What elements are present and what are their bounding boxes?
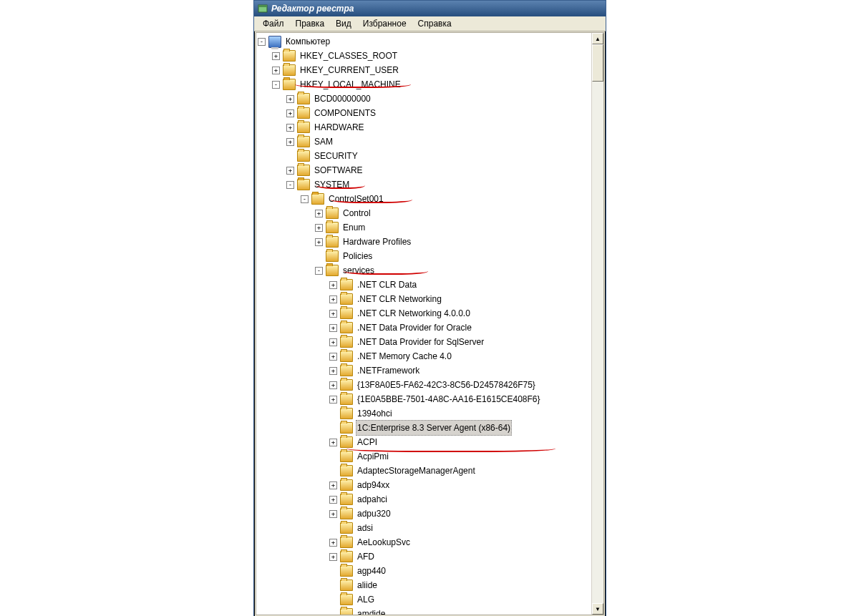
expand-icon[interactable]: + — [329, 481, 337, 489]
expand-icon[interactable]: + — [329, 396, 337, 404]
tree-item[interactable]: amdide — [258, 607, 592, 615]
tree-item[interactable]: -HKEY_LOCAL_MACHINE — [258, 77, 592, 92]
tree-item[interactable]: +Hardware Profiles — [258, 235, 592, 249]
menu-help[interactable]: Справка — [412, 18, 457, 31]
tree-item[interactable]: +Control — [258, 206, 592, 220]
tree-item[interactable]: +AeLookupSvc — [258, 535, 592, 549]
tree-item[interactable]: 1394ohci — [258, 406, 592, 421]
menu-edit[interactable]: Правка — [290, 18, 331, 31]
expand-icon[interactable]: + — [329, 496, 337, 504]
tree-item[interactable]: +.NETFramework — [258, 363, 592, 378]
expand-icon[interactable]: + — [329, 439, 337, 446]
tree-item[interactable]: +adp94xx — [258, 478, 592, 492]
tree-item[interactable]: Policies — [258, 249, 592, 263]
expand-icon[interactable]: + — [329, 281, 337, 289]
tree-item[interactable]: +{13F8A0E5-FA62-42C3-8C56-D24578426F75} — [258, 378, 592, 392]
expand-icon[interactable]: + — [329, 338, 337, 346]
tree-item-label: .NET Data Provider for Oracle — [356, 321, 473, 335]
tree-item[interactable]: -Компьютер — [258, 34, 592, 49]
tree-item[interactable]: +.NET Data Provider for Oracle — [258, 321, 592, 335]
collapse-icon[interactable]: - — [315, 267, 323, 275]
tree-item[interactable]: AdaptecStorageManagerAgent — [258, 464, 592, 478]
tree-item[interactable]: +AFD — [258, 549, 592, 564]
collapse-icon[interactable]: - — [286, 181, 294, 189]
expander-spacer — [329, 582, 337, 590]
tree-item[interactable]: +ACPI — [258, 435, 592, 449]
folder-icon — [340, 508, 353, 519]
registry-tree[interactable]: -Компьютер+HKEY_CLASSES_ROOT+HKEY_CURREN… — [256, 33, 592, 615]
tree-item[interactable]: +.NET Memory Cache 4.0 — [258, 349, 592, 363]
collapse-icon[interactable]: - — [272, 81, 280, 89]
tree-item[interactable]: SECURITY — [258, 149, 592, 163]
tree-item[interactable]: +SAM — [258, 135, 592, 149]
expand-icon[interactable]: + — [315, 224, 323, 232]
folder-icon — [340, 365, 353, 376]
tree-item-label: ControlSet001 — [327, 192, 385, 206]
tree-item[interactable]: agp440 — [258, 564, 592, 578]
expand-icon[interactable]: + — [329, 510, 337, 518]
tree-item-label: COMPONENTS — [313, 106, 377, 120]
menu-favorites[interactable]: Избранное — [357, 18, 412, 31]
tree-item[interactable]: adsi — [258, 521, 592, 535]
expand-icon[interactable]: + — [329, 553, 337, 561]
folder-icon — [340, 322, 353, 333]
tree-item-label: {1E0A5BBE-7501-4A8C-AA16-E1615CE408F6} — [356, 392, 542, 406]
expander-spacer — [329, 596, 337, 604]
folder-icon — [340, 379, 353, 391]
tree-item[interactable]: +HKEY_CLASSES_ROOT — [258, 49, 592, 63]
collapse-icon[interactable]: - — [301, 195, 309, 203]
folder-icon — [340, 479, 353, 491]
tree-item[interactable]: +COMPONENTS — [258, 106, 592, 120]
expand-icon[interactable]: + — [329, 295, 337, 303]
tree-item[interactable]: +SOFTWARE — [258, 163, 592, 177]
tree-item[interactable]: AcpiPmi — [258, 449, 592, 464]
tree-item[interactable]: +HARDWARE — [258, 120, 592, 135]
expand-icon[interactable]: + — [272, 52, 280, 60]
expand-icon[interactable]: + — [286, 95, 294, 103]
tree-item[interactable]: +.NET Data Provider for SqlServer — [258, 335, 592, 349]
expand-icon[interactable]: + — [329, 310, 337, 318]
scroll-up-button[interactable]: ▲ — [592, 33, 603, 44]
tree-item[interactable]: +.NET CLR Networking 4.0.0.0 — [258, 306, 592, 321]
tree-item-label: services — [341, 263, 376, 278]
menu-file[interactable]: Файл — [257, 18, 290, 31]
tree-item[interactable]: 1C:Enterprise 8.3 Server Agent (x86-64) — [258, 421, 592, 435]
expand-icon[interactable]: + — [329, 381, 337, 389]
regedit-icon — [257, 3, 268, 14]
vertical-scrollbar[interactable]: ▲ ▼ — [591, 33, 603, 615]
tree-item[interactable]: -services — [258, 263, 592, 278]
scroll-thumb[interactable] — [592, 44, 603, 82]
folder-icon — [326, 207, 339, 219]
tree-item-label: adpahci — [356, 492, 389, 507]
title-bar[interactable]: Редактор реестра — [254, 1, 606, 16]
tree-item[interactable]: -ControlSet001 — [258, 192, 592, 206]
menu-view[interactable]: Вид — [330, 18, 357, 31]
expand-icon[interactable]: + — [329, 324, 337, 332]
computer-icon — [268, 36, 281, 48]
expand-icon[interactable]: + — [286, 109, 294, 117]
tree-item[interactable]: aliide — [258, 578, 592, 592]
expand-icon[interactable]: + — [315, 210, 323, 217]
folder-icon — [326, 222, 339, 233]
expand-icon[interactable]: + — [329, 353, 337, 361]
expand-icon[interactable]: + — [286, 124, 294, 132]
collapse-icon[interactable]: - — [258, 38, 266, 46]
expand-icon[interactable]: + — [286, 138, 294, 146]
tree-item[interactable]: +{1E0A5BBE-7501-4A8C-AA16-E1615CE408F6} — [258, 392, 592, 406]
tree-item[interactable]: +HKEY_CURRENT_USER — [258, 63, 592, 77]
expand-icon[interactable]: + — [286, 167, 294, 175]
expand-icon[interactable]: + — [272, 67, 280, 74]
tree-item[interactable]: -SYSTEM — [258, 177, 592, 192]
tree-item[interactable]: +.NET CLR Networking — [258, 292, 592, 306]
expand-icon[interactable]: + — [329, 367, 337, 375]
expand-icon[interactable]: + — [329, 539, 337, 547]
expand-icon[interactable]: + — [315, 238, 323, 246]
scroll-down-button[interactable]: ▼ — [592, 603, 603, 615]
tree-item[interactable]: ALG — [258, 592, 592, 607]
tree-item[interactable]: +Enum — [258, 220, 592, 235]
tree-item[interactable]: +adpahci — [258, 492, 592, 507]
folder-icon — [297, 136, 310, 147]
tree-item[interactable]: +adpu320 — [258, 507, 592, 521]
tree-item[interactable]: +BCD00000000 — [258, 92, 592, 106]
tree-item[interactable]: +.NET CLR Data — [258, 278, 592, 292]
